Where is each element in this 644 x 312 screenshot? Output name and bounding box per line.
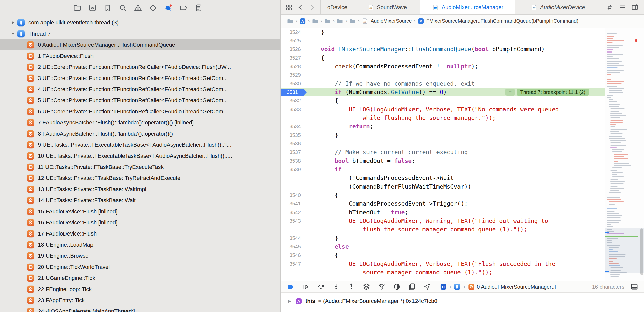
code-line[interactable]: 3527{ (281, 54, 644, 62)
code-line[interactable]: (CommandBufferFlushWaitTimeMsCvar)) (281, 182, 644, 191)
stack-frame-row[interactable]: ⚙13 UE::Tasks::Private::FTaskBase::WaitI… (0, 184, 280, 195)
stack-frame-row[interactable]: ⚙0 Audio::FMixerSourceManager::FlushComm… (0, 39, 280, 50)
code-line[interactable]: 3534 return; (281, 122, 644, 131)
code-line[interactable]: 3530 // If we have no commands enqueued,… (281, 79, 644, 88)
stack-frame-row[interactable]: ⚙4 UE::Core::Private::Function::TFunctio… (0, 84, 280, 95)
code-line[interactable]: 3541 CommandsProcessedEvent->Trigger(); (281, 199, 644, 208)
test-navigator-button[interactable] (149, 4, 157, 12)
debug-navigator-button[interactable] (164, 4, 173, 12)
thread-icon[interactable] (454, 283, 461, 290)
debug-view-hierarchy-button[interactable] (362, 283, 371, 291)
line-number-gutter[interactable]: 3546 (281, 251, 304, 259)
stack-frame-row[interactable]: ⚙2 UE::Core::Private::Function::TFunctio… (0, 62, 280, 73)
breadcrumb-item-folder[interactable] (349, 18, 356, 25)
breakpoints-toggle-button[interactable] (287, 283, 295, 291)
stack-frame-row[interactable]: ⚙14 UE::Tasks::Private::FTaskBase::Wait (0, 195, 280, 206)
line-number-gutter[interactable]: 3543 (281, 217, 304, 225)
line-number-gutter[interactable]: 3530 (281, 79, 304, 88)
breadcrumb-item-file[interactable]: mAudioMixerSource (361, 18, 412, 25)
stack-frame-row[interactable]: ⚙21 UGameEngine::Tick (0, 273, 280, 284)
code-line[interactable]: while flushing the source manager.")); (281, 114, 644, 122)
chevron-down-icon[interactable] (9, 28, 17, 39)
code-line[interactable]: 3547 UE_LOG(LogAudioMixer, Verbose, TEXT… (281, 259, 644, 268)
line-number-gutter[interactable]: 3539 (281, 165, 304, 174)
stack-frame-row[interactable]: ⚙23 FAppEntry::Tick (0, 295, 280, 306)
stack-frame-row[interactable]: ⚙12 UE::Tasks::Private::FTaskBase::TryRe… (0, 173, 280, 184)
tab-audiomixer-rcemanager[interactable]: mAudioMixer...rceManager (420, 0, 515, 14)
code-line[interactable]: 3539 if (281, 165, 644, 174)
stack-frame-row[interactable]: ⚙9 UE::Tasks::Private::TExecutableTaskBa… (0, 139, 280, 150)
step-into-button[interactable] (332, 283, 340, 291)
stack-frame-row[interactable]: ⚙19 UEngine::Browse (0, 250, 280, 262)
code-review-icon[interactable] (606, 4, 613, 11)
breakpoint-hit-badge[interactable]: Thread 7: breakpoint 11.1 (2) (517, 89, 589, 96)
line-number-gutter[interactable]: 3524 (281, 28, 304, 36)
source-editor[interactable]: 3524}35253526void FMixerSourceManager::F… (281, 28, 644, 281)
line-number-gutter[interactable]: 3540 (281, 191, 304, 199)
stack-frame-row[interactable]: ⚙22 FEngineLoop::Tick (0, 284, 280, 295)
stack-frame-row[interactable]: ⚙16 FAudioDevice::Flush [inlined] (0, 217, 280, 228)
line-number-gutter[interactable]: 3532 (281, 96, 304, 105)
step-over-button[interactable] (317, 283, 325, 291)
code-line[interactable]: 3533 UE_LOG(LogAudioMixer, Verbose, TEXT… (281, 105, 644, 114)
code-line[interactable]: 3538 bool bTimedOut = false; (281, 157, 644, 165)
code-line[interactable]: 3546 { (281, 251, 644, 259)
tab-odevice[interactable]: oDevice (320, 0, 354, 14)
code-line[interactable]: 3545 else (281, 242, 644, 251)
stack-frame-row[interactable]: ⚙20 UEngine::TickWorldTravel (0, 262, 280, 273)
stack-frame-icon[interactable]: ⚙ (468, 283, 475, 290)
code-line[interactable]: 3536 (281, 139, 644, 148)
line-number-gutter[interactable] (281, 174, 304, 182)
code-line[interactable]: 3540 { (281, 191, 644, 199)
line-number-gutter[interactable] (281, 225, 304, 234)
line-number-gutter[interactable] (281, 182, 304, 191)
code-line[interactable]: 3544 } (281, 234, 644, 242)
bookmark-navigator-button[interactable] (103, 4, 112, 12)
breakpoint-navigator-button[interactable] (179, 4, 188, 12)
add-editor-icon[interactable] (631, 4, 639, 11)
code-line[interactable]: 3525 (281, 36, 644, 45)
project-navigator-button[interactable] (73, 4, 82, 12)
line-number-gutter[interactable]: 3531 (281, 88, 304, 96)
stack-frame-row[interactable]: ⚙24 -[IOSAppDelegate MainAppThread:] (0, 306, 280, 312)
line-number-gutter[interactable]: 3547 (281, 259, 304, 268)
line-number-gutter[interactable]: 3525 (281, 36, 304, 45)
line-number-gutter[interactable]: 3529 (281, 71, 304, 79)
stack-frames-view-button[interactable] (408, 283, 416, 291)
line-number-gutter[interactable]: 3533 (281, 105, 304, 114)
code-line[interactable]: 3537 // Make sure current current execut… (281, 148, 644, 157)
line-number-gutter[interactable] (281, 268, 304, 277)
code-line[interactable]: 3543 UE_LOG(LogAudioMixer, Warning, TEXT… (281, 217, 644, 225)
line-number-gutter[interactable]: 3526 (281, 45, 304, 54)
code-line[interactable]: 3524} (281, 28, 644, 36)
line-number-gutter[interactable]: 3534 (281, 122, 304, 131)
line-number-gutter[interactable]: 3535 (281, 131, 304, 139)
simulate-location-button[interactable] (423, 283, 431, 291)
code-line[interactable]: 3535 } (281, 131, 644, 139)
continue-button[interactable] (302, 283, 310, 291)
line-number-gutter[interactable]: 3528 (281, 62, 304, 71)
line-number-gutter[interactable]: 3542 (281, 208, 304, 217)
stack-frame-row[interactable]: ⚙10 UE::Tasks::Private::TExecutableTaskB… (0, 150, 280, 162)
debug-memory-graph-button[interactable] (378, 283, 386, 291)
code-line[interactable]: 3532 { (281, 96, 644, 105)
editor-options-icon[interactable] (618, 4, 626, 11)
breadcrumb-item-folder[interactable] (336, 18, 343, 25)
code-line[interactable]: 3529 (281, 71, 644, 79)
stack-frame-row[interactable]: ⚙18 UEngine::LoadMap (0, 239, 280, 250)
minimap[interactable] (605, 28, 644, 281)
code-line[interactable]: 3542 bTimedOut = true; (281, 208, 644, 217)
line-number-gutter[interactable]: 3541 (281, 199, 304, 208)
process-icon[interactable]: u (440, 283, 447, 290)
line-number-gutter[interactable]: 3538 (281, 157, 304, 165)
thread-row[interactable]: com.apple.uikit.eventfetch-thread (3) (0, 17, 280, 28)
stack-frame-row[interactable]: ⚙5 UE::Core::Private::Function::TFunctio… (0, 95, 280, 106)
code-line[interactable]: 3531 if (NumCommands.GetValue() == 0)≡Th… (281, 88, 644, 96)
step-out-button[interactable] (347, 283, 355, 291)
disclosure-triangle-icon[interactable]: ▶ (287, 299, 292, 303)
line-number-gutter[interactable]: 3536 (281, 139, 304, 148)
issue-navigator-button[interactable] (134, 4, 142, 12)
breakpoint-actions-icon[interactable]: ≡ (505, 89, 515, 96)
breadcrumb-item-app[interactable]: A (299, 18, 306, 25)
variable-row[interactable]: ▶ A this = (Audio::FMixerSourceManager *… (281, 296, 644, 307)
